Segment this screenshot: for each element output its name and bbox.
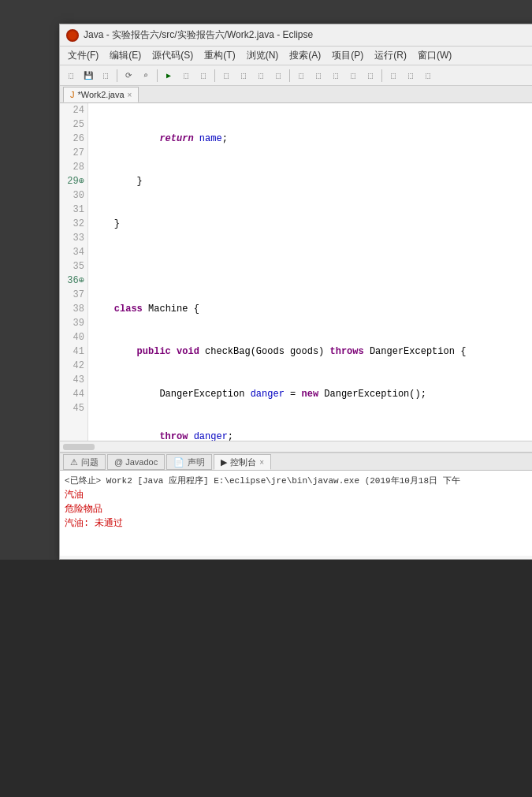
toolbar-btn-16[interactable]: ⬚ (363, 68, 378, 84)
code-editor[interactable]: return name; } } class Machine { public … (88, 103, 532, 441)
line-num-43: 43 (63, 373, 84, 387)
toolbar-btn-18[interactable]: ⬚ (403, 68, 419, 84)
editor-tab-bar: J *Work2.java × (60, 86, 532, 103)
bottom-tab-bar: ⚠ 问题 @ Javadoc 📄 声明 ▶ 控制台 × (60, 453, 532, 471)
toolbar-btn-17[interactable]: ⬚ (385, 68, 401, 84)
editor-tab-work2[interactable]: J *Work2.java × (63, 87, 139, 102)
console-line-2: 危险物品 (65, 502, 532, 516)
line-num-34: 34 (63, 245, 84, 259)
line-num-33: 33 (63, 231, 84, 245)
menu-search[interactable]: 搜索(A) (285, 47, 326, 64)
line-num-40: 40 (63, 330, 84, 344)
menu-file[interactable]: 文件(F) (63, 47, 103, 64)
toolbar-btn-3[interactable]: ⬚ (98, 68, 113, 84)
line-num-44: 44 (63, 387, 84, 401)
toolbar-separator-3 (214, 69, 215, 82)
eclipse-window: Java - 实验报告六/src/实验报告六/Work2.java - Ecli… (59, 24, 532, 560)
javadoc-label: @ Javadoc (114, 457, 158, 467)
menu-edit[interactable]: 编辑(E) (105, 47, 146, 64)
title-bar: Java - 实验报告六/src/实验报告六/Work2.java - Ecli… (60, 24, 532, 47)
console-line-3: 汽油: 未通过 (65, 516, 532, 531)
code-line-28: class Machine { (91, 302, 532, 316)
line-num-26: 26 (63, 132, 84, 146)
line-num-24: 24 (63, 103, 84, 117)
console-header: <已终止> Work2 [Java 应用程序] E:\eclipse\jre\b… (65, 474, 532, 488)
tab-console[interactable]: ▶ 控制台 × (214, 454, 271, 470)
tab-label: *Work2.java (78, 90, 125, 99)
tab-javadoc[interactable]: @ Javadoc (107, 454, 165, 470)
scrollbar-thumb[interactable] (63, 444, 95, 450)
toolbar-btn-19[interactable]: ⬚ (420, 68, 436, 84)
menu-project[interactable]: 项目(P) (327, 47, 368, 64)
menu-refactor[interactable]: 重构(T) (199, 47, 240, 64)
menu-navigate[interactable]: 浏览(N) (242, 47, 284, 64)
toolbar-btn-1[interactable]: ⬚ (63, 68, 79, 84)
toolbar-run[interactable]: ▶ (161, 68, 177, 84)
toolbar-btn-11[interactable]: ⬚ (270, 68, 286, 84)
toolbar-btn-15[interactable]: ⬚ (345, 68, 361, 84)
line-num-41: 41 (63, 344, 84, 359)
console-line-1: 汽油 (65, 488, 532, 502)
toolbar-btn-10[interactable]: ⬚ (253, 68, 269, 84)
tab-problems[interactable]: ⚠ 问题 (63, 454, 106, 470)
toolbar-btn-9[interactable]: ⬚ (236, 68, 251, 84)
editor-area: 24 25 26 27 28 29⊕ 30 31 32 33 34 35 36⊕… (60, 103, 532, 441)
toolbar-separator-2 (157, 69, 158, 82)
toolbar: ⬚ 💾 ⬚ ⟳ ⌕ ▶ ⬚ ⬚ ⬚ ⬚ ⬚ ⬚ ⬚ ⬚ ⬚ ⬚ ⬚ ⬚ ⬚ ⬚ (60, 65, 532, 86)
toolbar-btn-7[interactable]: ⬚ (195, 68, 211, 84)
line-num-39: 39 (63, 316, 84, 330)
toolbar-btn-12[interactable]: ⬚ (293, 68, 309, 84)
code-line-24: return name; (91, 132, 532, 146)
line-num-38: 38 (63, 302, 84, 316)
code-line-30: DangerException danger = new DangerExcep… (91, 387, 532, 401)
toolbar-separator-4 (289, 69, 290, 82)
code-line-26: } (91, 217, 532, 231)
toolbar-btn-6[interactable]: ⬚ (178, 68, 194, 84)
line-num-30: 30 (63, 188, 84, 203)
code-line-31: throw danger; (91, 430, 532, 441)
console-label: 控制台 (230, 456, 256, 468)
problems-label: 问题 (81, 456, 99, 468)
line-num-36: 36⊕ (63, 274, 84, 288)
tab-icon: J (70, 90, 75, 99)
line-num-25: 25 (63, 117, 84, 132)
line-num-31: 31 (63, 203, 84, 217)
bottom-panel: ⚠ 问题 @ Javadoc 📄 声明 ▶ 控制台 × <已终止> Work2 … (60, 452, 532, 554)
code-line-27 (91, 259, 532, 274)
line-num-28: 28 (63, 160, 84, 174)
eclipse-icon (66, 29, 79, 42)
line-num-35: 35 (63, 259, 84, 274)
code-line-25: } (91, 174, 532, 188)
toolbar-btn-5[interactable]: ⌕ (138, 68, 154, 84)
toolbar-btn-2[interactable]: 💾 (80, 68, 96, 84)
horizontal-scrollbar[interactable] (60, 441, 532, 452)
line-num-45: 45 (63, 401, 84, 415)
declaration-label: 声明 (188, 456, 205, 468)
line-num-37: 37 (63, 288, 84, 302)
line-num-32: 32 (63, 217, 84, 231)
problems-icon: ⚠ (70, 457, 78, 467)
toolbar-separator-5 (381, 69, 382, 82)
declaration-icon: 📄 (173, 457, 184, 467)
toolbar-btn-14[interactable]: ⬚ (328, 68, 344, 84)
line-numbers: 24 25 26 27 28 29⊕ 30 31 32 33 34 35 36⊕… (60, 103, 88, 441)
toolbar-btn-4[interactable]: ⟳ (121, 68, 136, 84)
line-num-27: 27 (63, 146, 84, 160)
window-title: Java - 实验报告六/src/实验报告六/Work2.java - Ecli… (84, 28, 313, 42)
toolbar-btn-13[interactable]: ⬚ (311, 68, 326, 84)
menu-source[interactable]: 源代码(S) (147, 47, 198, 64)
console-output: <已终止> Work2 [Java 应用程序] E:\eclipse\jre\b… (60, 471, 532, 556)
toolbar-btn-8[interactable]: ⬚ (218, 68, 234, 84)
desktop-background (0, 560, 532, 797)
line-num-29: 29⊕ (63, 174, 84, 188)
console-close-button[interactable]: × (259, 458, 264, 467)
console-icon: ▶ (221, 457, 227, 467)
tab-close-button[interactable]: × (128, 91, 132, 99)
menu-window[interactable]: 窗口(W) (413, 47, 456, 64)
menu-run[interactable]: 运行(R) (370, 47, 411, 64)
menu-bar: 文件(F) 编辑(E) 源代码(S) 重构(T) 浏览(N) 搜索(A) 项目(… (60, 47, 532, 65)
code-line-29: public void checkBag(Goods goods) throws… (91, 344, 532, 359)
line-num-42: 42 (63, 359, 84, 373)
tab-declaration[interactable]: 📄 声明 (166, 454, 212, 470)
toolbar-separator-1 (117, 69, 117, 82)
